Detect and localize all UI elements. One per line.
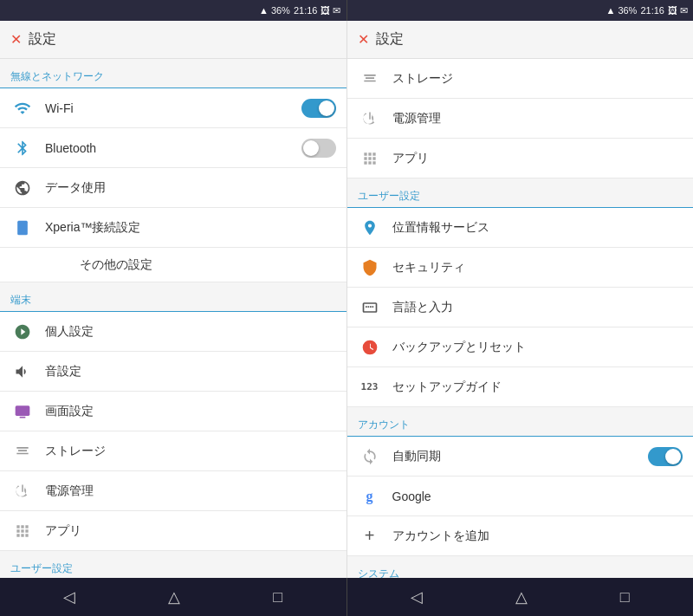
backup-icon-right bbox=[358, 335, 382, 360]
status-time-left: 21:16 bbox=[294, 5, 318, 16]
apps-icon-right bbox=[358, 146, 382, 171]
recent-button-left[interactable]: □ bbox=[259, 581, 296, 613]
settings-list-left: 無線とネットワーク Wi-Fi Bluetooth bbox=[0, 59, 346, 578]
google-label: Google bbox=[392, 490, 683, 503]
item-wifi[interactable]: Wi-Fi bbox=[0, 88, 346, 128]
setup-icon: 123 bbox=[358, 375, 382, 399]
storage-icon-left bbox=[10, 439, 35, 464]
item-autosync[interactable]: 自動同期 bbox=[347, 437, 694, 477]
status-time-right: 21:16 bbox=[640, 5, 664, 16]
power-icon-left bbox=[10, 479, 35, 503]
item-apps-right[interactable]: アプリ bbox=[347, 139, 694, 178]
status-signal-right: ▲ 36% bbox=[606, 5, 637, 16]
panel-right-title: 設定 bbox=[376, 30, 404, 49]
xperia-icon bbox=[10, 216, 35, 240]
item-security-right[interactable]: セキュリティ bbox=[347, 248, 694, 288]
power-label-left: 電源管理 bbox=[45, 483, 336, 499]
nav-bar: ◁ △ □ ◁ △ □ bbox=[0, 578, 693, 616]
panel-left: ✕ 設定 無線とネットワーク Wi-Fi Bluetooth bbox=[0, 21, 347, 578]
section-account: アカウント bbox=[347, 411, 694, 437]
storage-icon-right bbox=[358, 67, 382, 91]
xperia-label: Xperia™接続設定 bbox=[45, 220, 336, 236]
item-bluetooth[interactable]: Bluetooth bbox=[0, 128, 346, 168]
nav-bar-left: ◁ △ □ bbox=[0, 578, 347, 616]
main-content: ✕ 設定 無線とネットワーク Wi-Fi Bluetooth bbox=[0, 21, 693, 578]
panel-left-title: 設定 bbox=[29, 30, 56, 49]
item-addaccount[interactable]: + アカウントを追加 bbox=[347, 516, 694, 556]
google-icon: g bbox=[358, 484, 382, 509]
apps-label-left: アプリ bbox=[45, 523, 336, 539]
panel-left-header: ✕ 設定 bbox=[0, 21, 346, 59]
home-button-left[interactable]: △ bbox=[154, 580, 194, 613]
status-icons-right: 🖼 ✉ bbox=[668, 5, 688, 16]
autosync-icon bbox=[358, 444, 382, 469]
item-data[interactable]: データ使用 bbox=[0, 168, 346, 208]
svg-rect-2 bbox=[20, 416, 26, 418]
sound-icon bbox=[10, 360, 35, 384]
sound-label: 音設定 bbox=[45, 364, 336, 379]
section-system: システム bbox=[347, 560, 694, 578]
panel-right: ✕ 設定 ストレージ 電源管理 アプリ bbox=[347, 21, 694, 578]
item-sound[interactable]: 音設定 bbox=[0, 352, 346, 392]
settings-list-right: ストレージ 電源管理 アプリ ユーザー設定 位置情報サービス bbox=[347, 59, 694, 578]
status-bar-left: ▲ 36% 21:16 🖼 ✉ bbox=[0, 0, 347, 21]
svg-rect-0 bbox=[17, 220, 28, 235]
location-label-right: 位置情報サービス bbox=[392, 220, 683, 236]
wifi-toggle[interactable] bbox=[301, 99, 336, 118]
bluetooth-toggle-knob bbox=[303, 140, 319, 156]
back-button-left[interactable]: ◁ bbox=[49, 580, 89, 613]
language-label-right: 言語と入力 bbox=[392, 300, 683, 315]
svg-rect-1 bbox=[16, 405, 30, 416]
data-icon bbox=[10, 176, 35, 200]
nav-bar-right: ◁ △ □ bbox=[347, 578, 694, 616]
item-setup[interactable]: 123 セットアップガイド bbox=[347, 367, 694, 407]
storage-label-right: ストレージ bbox=[392, 71, 683, 87]
addaccount-icon: + bbox=[358, 524, 382, 548]
addaccount-label: アカウントを追加 bbox=[392, 528, 683, 544]
personal-label: 個人設定 bbox=[45, 324, 336, 340]
status-icons-left: 🖼 ✉ bbox=[321, 5, 340, 16]
power-label-right: 電源管理 bbox=[392, 111, 683, 126]
item-other[interactable]: その他の設定 bbox=[0, 248, 346, 282]
item-google[interactable]: g Google bbox=[347, 477, 694, 516]
backup-label-right: バックアップとリセット bbox=[392, 340, 683, 355]
home-button-right[interactable]: △ bbox=[502, 580, 541, 613]
section-user-left: ユーザー設定 bbox=[0, 554, 346, 578]
apps-icon-left bbox=[10, 519, 35, 543]
display-label: 画面設定 bbox=[45, 404, 336, 419]
autosync-label: 自動同期 bbox=[392, 449, 649, 464]
wifi-toggle-knob bbox=[319, 101, 334, 116]
bluetooth-icon bbox=[10, 136, 35, 160]
section-user-right: ユーザー設定 bbox=[347, 182, 694, 208]
item-power-right[interactable]: 電源管理 bbox=[347, 99, 694, 139]
recent-button-right[interactable]: □ bbox=[606, 581, 644, 613]
autosync-toggle[interactable] bbox=[648, 447, 683, 466]
item-apps-left[interactable]: アプリ bbox=[0, 511, 346, 551]
panel-right-header: ✕ 設定 bbox=[347, 21, 694, 59]
status-bar-right: ▲ 36% 21:16 🖼 ✉ bbox=[347, 0, 694, 21]
item-display[interactable]: 画面設定 bbox=[0, 392, 346, 431]
status-signal-left: ▲ 36% bbox=[259, 5, 290, 16]
power-icon-right bbox=[358, 107, 382, 131]
item-xperia[interactable]: Xperia™接続設定 bbox=[0, 208, 346, 248]
wifi-icon bbox=[10, 96, 35, 120]
other-icon bbox=[45, 253, 69, 277]
language-icon-right bbox=[358, 295, 382, 320]
location-icon-right bbox=[358, 216, 382, 240]
wifi-label: Wi-Fi bbox=[45, 101, 301, 115]
item-power-left[interactable]: 電源管理 bbox=[0, 471, 346, 511]
bluetooth-toggle[interactable] bbox=[301, 139, 336, 158]
security-label-right: セキュリティ bbox=[392, 260, 683, 276]
item-storage-right[interactable]: ストレージ bbox=[347, 59, 694, 99]
back-button-right[interactable]: ◁ bbox=[397, 580, 437, 613]
item-backup-right[interactable]: バックアップとリセット bbox=[347, 327, 694, 367]
section-wireless: 無線とネットワーク bbox=[0, 62, 346, 88]
display-icon bbox=[10, 399, 35, 424]
item-language-right[interactable]: 言語と入力 bbox=[347, 288, 694, 327]
settings-icon-left: ✕ bbox=[10, 31, 22, 48]
item-personal[interactable]: 個人設定 bbox=[0, 312, 346, 352]
status-bar: ▲ 36% 21:16 🖼 ✉ ▲ 36% 21:16 🖼 ✉ bbox=[0, 0, 693, 21]
security-icon-right bbox=[358, 256, 382, 280]
item-location-right[interactable]: 位置情報サービス bbox=[347, 208, 694, 248]
item-storage-left[interactable]: ストレージ bbox=[0, 431, 346, 471]
